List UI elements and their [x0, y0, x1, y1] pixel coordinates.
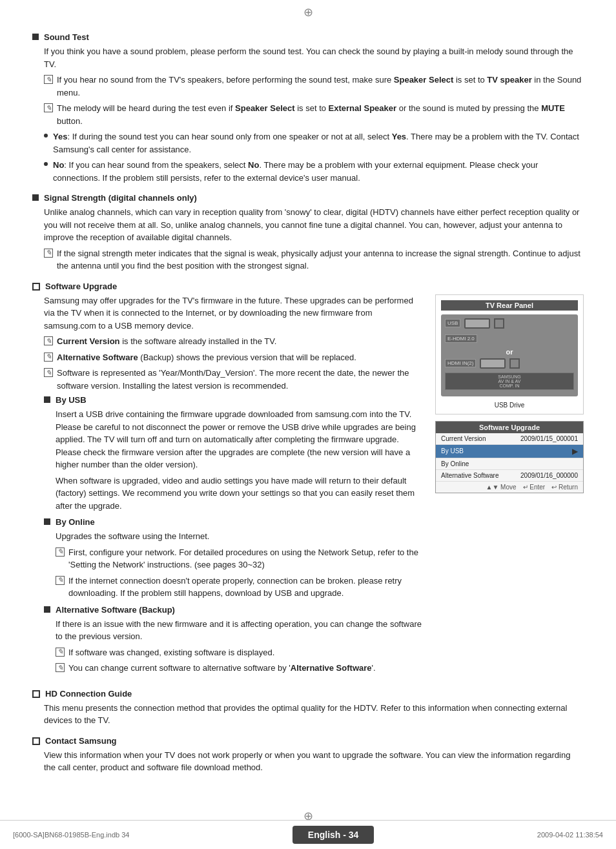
- sw-note-icon-1: ✎: [44, 336, 53, 345]
- sw-note-format: ✎ Software is represented as 'Year/Month…: [44, 367, 422, 392]
- alt-software-section: Alternative Software (Backup) If there i…: [44, 605, 422, 675]
- by-usb-text-2: When software is upgraded, video and aud…: [56, 475, 422, 513]
- contact-samsung-header: Contact Samsung: [32, 736, 584, 746]
- sw-by-online-row: By Online: [436, 458, 583, 470]
- sound-test-no-text: No: If you can hear sound from the speak…: [53, 159, 584, 184]
- signal-strength-header: Signal Strength (digital channels only): [32, 193, 584, 203]
- software-upgrade-left: Samsung may offer upgrades for the TV's …: [32, 294, 422, 680]
- sw-alt-label: Alternative Software: [441, 472, 499, 479]
- online-note-2: ✎ If the internet connection doesn't ope…: [56, 575, 422, 600]
- software-upgrade-panel: Software Upgrade Current Version 2009/01…: [435, 421, 584, 493]
- usb-drive-label: USB Drive: [495, 402, 525, 409]
- software-upgrade-header: Software Upgrade: [32, 281, 584, 291]
- sw-alt-value: 2009/01/16_000000: [520, 472, 578, 479]
- by-usb-section: By USB Insert a USB drive containing the…: [44, 395, 422, 512]
- sw-note-current: ✎ Current Version is the software alread…: [44, 335, 422, 348]
- by-usb-title: By USB: [56, 395, 87, 405]
- bullet-dot-icon-2: [44, 162, 48, 166]
- alt-software-header: Alternative Software (Backup): [44, 605, 422, 615]
- sw-current-value: 2009/01/15_000001: [520, 435, 578, 442]
- sw-by-online-label: By Online: [441, 460, 469, 467]
- sound-test-body: If you think you have a sound problem, p…: [44, 45, 584, 184]
- footer-file-info: [6000-SA]BN68-01985B-Eng.indb 34: [13, 831, 129, 839]
- hdmi-port: [480, 358, 506, 369]
- hd-connection-text: This menu presents the connection method…: [44, 702, 584, 727]
- top-crosshair-icon: ⊕: [303, 5, 313, 19]
- software-upgrade-intro: Samsung may offer upgrades for the TV's …: [44, 294, 422, 332]
- alt-note-icon-2: ✎: [56, 663, 65, 672]
- sound-test-note-2: ✎ The melody will be heard during the te…: [44, 102, 584, 127]
- by-online-body: Upgrades the software using the Internet…: [56, 530, 422, 600]
- online-note-1-text: First, configure your network. For detai…: [68, 546, 422, 571]
- bullet-square-icon: [32, 34, 39, 40]
- right-panel: TV Rear Panel USB E-HDMI 2.0 or: [435, 294, 584, 680]
- software-upgrade-body: Samsung may offer upgrades for the TV's …: [44, 294, 422, 393]
- by-online-header: By Online: [44, 517, 422, 527]
- sw-by-usb-arrow: ▶: [572, 447, 578, 456]
- note-icon-2: ✎: [44, 103, 53, 112]
- software-upgrade-content: Samsung may offer upgrades for the TV's …: [32, 294, 584, 680]
- footer-timestamp: 2009-04-02 11:38:54: [537, 831, 603, 839]
- sw-note-format-text: Software is represented as 'Year/Month/D…: [57, 367, 422, 392]
- sw-panel-footer: ▲▼ Move ↵ Enter ↩ Return: [436, 482, 583, 493]
- sw-footer-move: ▲▼ Move: [486, 484, 516, 491]
- usb-label-1: USB: [445, 319, 460, 327]
- tv-rear-panel: TV Rear Panel USB E-HDMI 2.0 or: [435, 294, 584, 414]
- contact-samsung-title: Contact Samsung: [45, 736, 117, 746]
- signal-note-1: ✎ If the signal strength meter indicates…: [44, 247, 584, 272]
- sound-test-note-1: ✎ If you hear no sound from the TV's spe…: [44, 74, 584, 99]
- bullet-square-signal: [32, 194, 39, 201]
- signal-strength-intro: Unlike analog channels, which can vary i…: [44, 206, 584, 244]
- bullet-square-alt: [44, 606, 50, 613]
- alt-note-1: ✎ If software was changed, existing soft…: [56, 646, 422, 659]
- connector-2: [509, 358, 520, 369]
- alt-software-body: If there is an issue with the new firmwa…: [56, 618, 422, 675]
- contact-samsung-section: Contact Samsung View this information wh…: [32, 736, 584, 774]
- alt-note-2-text: You can change current software to alter…: [68, 662, 376, 675]
- hdmi-label: HDMI IN(2): [445, 359, 476, 367]
- sw-footer-return: ↩ Return: [551, 484, 578, 491]
- sw-panel-title: Software Upgrade: [436, 422, 583, 433]
- usb-port-1: [464, 318, 490, 329]
- hd-connection-section: HD Connection Guide This menu presents t…: [32, 689, 584, 727]
- bullet-square-usb: [44, 396, 50, 403]
- alt-note-2: ✎ You can change current software to alt…: [56, 662, 422, 675]
- bullet-dot-icon: [44, 134, 48, 138]
- bullet-checkbox-hd: [32, 690, 40, 698]
- online-note-2-text: If the internet connection doesn't opera…: [68, 575, 422, 600]
- hd-connection-title: HD Connection Guide: [45, 689, 132, 699]
- software-upgrade-section: Software Upgrade Samsung may offer upgra…: [32, 281, 584, 680]
- sw-current-version-row: Current Version 2009/01/15_000001: [436, 433, 583, 445]
- sw-current-label: Current Version: [441, 435, 486, 442]
- by-online-intro: Upgrades the software using the Internet…: [56, 530, 422, 543]
- online-note-1: ✎ First, configure your network. For det…: [56, 546, 422, 571]
- bullet-checkbox-sw: [32, 283, 40, 291]
- alt-note-icon-1: ✎: [56, 648, 65, 657]
- or-label: or: [445, 348, 574, 356]
- by-usb-header: By USB: [44, 395, 422, 405]
- software-upgrade-title: Software Upgrade: [45, 281, 117, 291]
- signal-strength-title: Signal Strength (digital channels only): [44, 193, 197, 203]
- signal-strength-body: Unlike analog channels, which can vary i…: [44, 206, 584, 272]
- sw-alt-software-row: Alternative Software 2009/01/16_000000: [436, 470, 583, 482]
- page-footer: [6000-SA]BN68-01985B-Eng.indb 34 English…: [0, 820, 616, 849]
- usb-label-2: E-HDMI 2.0: [445, 334, 477, 343]
- contact-samsung-text: View this information when your TV does …: [44, 749, 584, 774]
- page-number-badge: English - 34: [293, 826, 375, 844]
- note-icon-1: ✎: [44, 75, 53, 84]
- bullet-checkbox-contact: [32, 737, 40, 745]
- online-note-icon-1: ✎: [56, 547, 65, 557]
- page-container: ⊕ Sound Test If you think you have a sou…: [0, 0, 616, 849]
- sound-test-intro: If you think you have a sound problem, p…: [44, 45, 584, 70]
- alt-software-title: Alternative Software (Backup): [56, 605, 175, 615]
- sound-test-section: Sound Test If you think you have a sound…: [32, 32, 584, 184]
- sw-by-usb-label: By USB: [441, 447, 464, 455]
- connector-1: [494, 318, 504, 329]
- sw-note-icon-2: ✎: [44, 353, 53, 362]
- hd-connection-body: This menu presents the connection method…: [44, 702, 584, 727]
- sw-note-alt: ✎ Alternative Software (Backup) shows th…: [44, 351, 422, 364]
- samsung-label: SAMSUNGAV IN & AVCOMP. IN: [445, 373, 574, 390]
- bullet-square-online: [44, 518, 50, 525]
- sw-note-current-text: Current Version is the software already …: [57, 335, 276, 348]
- tv-rear-panel-title: TV Rear Panel: [441, 300, 578, 311]
